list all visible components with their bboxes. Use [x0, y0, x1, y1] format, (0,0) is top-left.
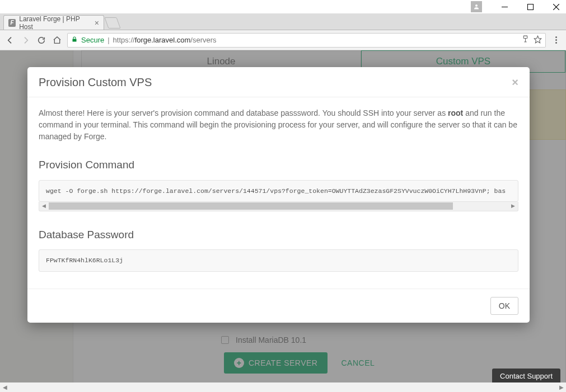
user-account-icon[interactable]: [471, 1, 482, 12]
provision-modal: Provision Custom VPS × Almost there! Her…: [27, 67, 530, 323]
provision-command-label: Provision Command: [39, 157, 518, 173]
modal-header: Provision Custom VPS ×: [27, 67, 530, 97]
window-close-button[interactable]: [549, 1, 563, 13]
bookmark-star-icon[interactable]: [534, 35, 542, 45]
browser-toolbar: Secure | https://forge.laravel.com/serve…: [0, 30, 566, 50]
svg-marker-9: [534, 36, 541, 43]
tab-close-icon[interactable]: ×: [95, 18, 99, 27]
browser-tabstrip: F Laravel Forge | PHP Host ×: [0, 13, 566, 30]
window-minimize-button[interactable]: [498, 1, 511, 13]
svg-rect-6: [523, 36, 527, 38]
modal-footer: OK: [27, 289, 530, 323]
site-info-icon[interactable]: [522, 35, 529, 45]
window-titlebar: [0, 0, 566, 13]
reload-button[interactable]: [36, 35, 47, 46]
ok-button[interactable]: OK: [490, 297, 518, 315]
url-bar[interactable]: Secure | https://forge.laravel.com/serve…: [67, 33, 546, 48]
scroll-thumb[interactable]: [49, 202, 453, 210]
forward-button[interactable]: [20, 35, 31, 46]
contact-support-button[interactable]: Contact Support: [492, 369, 560, 382]
modal-close-button[interactable]: ×: [512, 76, 518, 89]
tab-favicon-icon: F: [8, 19, 16, 27]
database-password-field[interactable]: FPwTKfRN4hlK6RLo1L3j: [39, 249, 518, 271]
window-horizontal-scrollbar[interactable]: ◀ ▶: [0, 382, 566, 392]
scroll-right-icon[interactable]: ▶: [509, 202, 517, 210]
url-separator: |: [107, 36, 109, 44]
tab-title: Laravel Forge | PHP Host: [19, 15, 91, 31]
url-text: https://forge.laravel.com/servers: [113, 36, 217, 44]
scroll-left-arrow-icon[interactable]: ◀: [0, 382, 10, 392]
svg-rect-1: [502, 7, 508, 7]
command-scrollbar[interactable]: ◀ ▶: [39, 202, 518, 211]
svg-point-0: [475, 4, 478, 7]
browser-menu-button[interactable]: [550, 36, 562, 44]
modal-intro: Almost there! Here is your server's prov…: [39, 107, 518, 143]
modal-body: Almost there! Here is your server's prov…: [27, 97, 530, 289]
svg-rect-5: [73, 39, 77, 42]
home-button[interactable]: [52, 35, 63, 46]
window-maximize-button[interactable]: [523, 1, 537, 13]
svg-rect-2: [527, 4, 533, 10]
scroll-left-icon[interactable]: ◀: [40, 202, 48, 210]
database-password-label: Database Password: [39, 227, 518, 243]
browser-tab[interactable]: F Laravel Forge | PHP Host ×: [3, 15, 104, 30]
back-button[interactable]: [4, 35, 16, 46]
page-viewport: Linode Custom VPS must hav Install Maria…: [0, 50, 566, 382]
secure-label: Secure: [81, 36, 104, 44]
modal-title: Provision Custom VPS: [39, 76, 152, 89]
provision-command-field[interactable]: wget -O forge.sh https://forge.laravel.c…: [39, 180, 518, 202]
new-tab-button[interactable]: [104, 17, 120, 29]
scroll-right-arrow-icon[interactable]: ▶: [556, 382, 566, 392]
lock-icon: [71, 36, 78, 44]
